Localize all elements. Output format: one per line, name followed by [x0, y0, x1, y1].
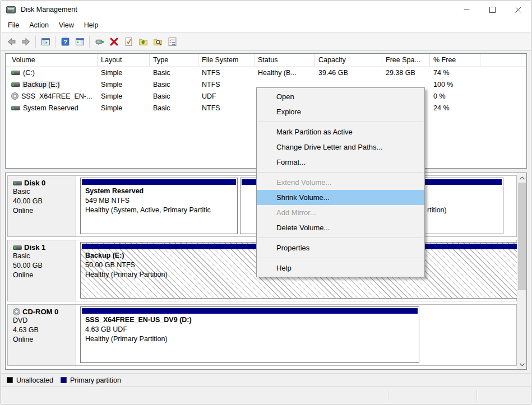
- cell-layout: Simple: [98, 81, 150, 89]
- drive-icon: [13, 245, 22, 250]
- menu-item-delete-volume[interactable]: Delete Volume...: [257, 220, 424, 235]
- disk-label-cd-rom-0[interactable]: CD-ROM 0DVD4.63 GBOnline: [8, 305, 76, 365]
- drive-icon: [11, 71, 20, 75]
- legend-item-unallocated: Unallocated: [7, 376, 53, 384]
- toolbar-action-pane-icon[interactable]: [72, 34, 87, 49]
- toolbar-delete-x-icon[interactable]: [107, 34, 121, 49]
- vertical-scrollbar[interactable]: [517, 173, 526, 369]
- cell-pct-free: 0 %: [430, 92, 480, 100]
- context-menu-separator: [258, 172, 423, 173]
- column-header-free[interactable]: % Free: [430, 54, 480, 66]
- chevron-up-icon: [520, 176, 525, 180]
- toolbar-help-icon[interactable]: ?: [58, 34, 72, 49]
- menu-view[interactable]: View: [54, 19, 79, 31]
- scrollbar-thumb[interactable]: [518, 183, 526, 290]
- cell-capacity: 39.46 GB: [315, 69, 382, 77]
- toolbar-forward-arrow-icon[interactable]: [18, 34, 33, 49]
- menu-item-format[interactable]: Format...: [257, 155, 424, 170]
- cell-layout: Simple: [98, 69, 150, 77]
- context-menu-separator: [258, 258, 423, 258]
- cell-pct-free: 100 %: [430, 81, 480, 89]
- volume-name: System Reserved: [23, 104, 78, 112]
- volume-name: Backup (E:): [23, 81, 59, 89]
- column-header-layout[interactable]: Layout: [98, 54, 150, 66]
- disk-name-text: Disk 0: [24, 179, 45, 187]
- cell-volume: System Reserved: [6, 104, 98, 112]
- column-header-volume[interactable]: Volume: [6, 54, 98, 66]
- cd-icon: [13, 308, 20, 315]
- window-controls: [454, 1, 531, 18]
- volume-name: (C:): [23, 69, 35, 77]
- toolbar-folder-search-icon[interactable]: [150, 34, 165, 49]
- toolbar-check-document-icon[interactable]: [121, 34, 136, 49]
- partition-type-strip: [82, 308, 418, 314]
- cell-type: Basic: [150, 92, 198, 100]
- cd-icon: [11, 92, 18, 100]
- cell-layout: Simple: [98, 92, 150, 100]
- toolbar-folder-up-icon[interactable]: [136, 34, 150, 49]
- toolbar-console-tree-icon[interactable]: [38, 34, 53, 49]
- legend-color-swatch: [7, 377, 13, 383]
- toolbar-computer-device-icon[interactable]: [92, 34, 107, 49]
- menu-help[interactable]: Help: [79, 19, 104, 31]
- column-header-status[interactable]: Status: [255, 54, 315, 66]
- scroll-up-button[interactable]: [517, 173, 526, 183]
- volume-row-c[interactable]: (C:)SimpleBasicNTFSHealthy (B...39.46 GB…: [6, 67, 526, 78]
- menu-item-properties[interactable]: Properties: [257, 240, 424, 255]
- partition-size: 4.63 GB UDF: [81, 325, 419, 334]
- scroll-down-button[interactable]: [517, 360, 526, 369]
- status-bar-divider: [388, 390, 388, 401]
- toolbar-task-list-icon[interactable]: [165, 34, 179, 49]
- menu-item-explore[interactable]: Explore: [257, 104, 424, 119]
- disk-info-line: DVD: [13, 316, 76, 325]
- minimize-icon: [464, 7, 470, 13]
- cell-file-system: NTFS: [198, 104, 255, 112]
- minimize-button[interactable]: [454, 1, 479, 18]
- column-header-blank[interactable]: [480, 54, 521, 66]
- menu-file[interactable]: File: [3, 19, 24, 31]
- menu-action[interactable]: Action: [24, 19, 54, 31]
- partition-title: SSS_X64FREE_EN-US_DV9 (D:): [81, 315, 419, 325]
- partition-type-strip: [82, 179, 236, 185]
- menu-item-mark-partition-as-active[interactable]: Mark Partition as Active: [257, 124, 424, 139]
- status-bar: [1, 387, 531, 404]
- partition-legend: UnallocatedPrimary partition: [1, 373, 531, 387]
- disk-label-disk-1[interactable]: Disk 1Basic50.00 GBOnline: [8, 240, 76, 301]
- menu-item-shrink-volume[interactable]: Shrink Volume...: [257, 190, 424, 205]
- partition-status: Healthy (System, Active, Primary Partiti…: [81, 206, 237, 215]
- column-header-file-system[interactable]: File System: [198, 54, 255, 66]
- column-header-capacity[interactable]: Capacity: [315, 54, 382, 66]
- cell-pct-free: 74 %: [430, 69, 480, 77]
- drive-icon: [11, 106, 20, 110]
- legend-label: Unallocated: [16, 376, 53, 384]
- column-header-free-spa[interactable]: Free Spa...: [382, 54, 430, 66]
- menu-item-help[interactable]: Help: [257, 260, 424, 276]
- disk-label-disk-0[interactable]: Disk 0Basic40.00 GBOnline: [8, 176, 76, 236]
- cell-status: Healthy (B...: [255, 69, 315, 77]
- svg-text:?: ?: [63, 38, 67, 45]
- status-bar-divider: [477, 390, 477, 401]
- disk-info-line: Basic: [13, 187, 76, 197]
- toolbar-separator: [89, 36, 90, 48]
- chevron-down-icon: [520, 363, 525, 366]
- disk-management-window: Disk Management FileActionViewHelp ? Vol…: [1, 1, 531, 404]
- maximize-button[interactable]: [479, 1, 505, 18]
- partition-system-reserved[interactable]: System Reserved549 MB NTFSHealthy (Syste…: [80, 178, 238, 234]
- menu-item-add-mirror: Add Mirror...: [257, 205, 424, 220]
- partition-sss-x64free-en-us-dv9-d[interactable]: SSS_X64FREE_EN-US_DV9 (D:)4.63 GB UDFHea…: [80, 306, 419, 363]
- app-drive-icon: [6, 6, 16, 13]
- menu-item-open[interactable]: Open: [257, 89, 424, 104]
- disk-name-text: CD-ROM 0: [22, 308, 58, 316]
- disk-info-line: 40.00 GB: [13, 197, 76, 206]
- cell-file-system: NTFS: [198, 81, 255, 89]
- disk-info-line: 4.63 GB: [13, 325, 76, 335]
- disk-info-line: 50.00 GB: [13, 261, 76, 271]
- cell-volume: SSS_X64FREE_EN-...: [6, 92, 98, 100]
- close-button[interactable]: [505, 1, 531, 18]
- partition-status: Healthy (Primary Partition): [81, 334, 419, 344]
- menu-item-change-drive-letter-and-paths[interactable]: Change Drive Letter and Paths...: [257, 139, 424, 155]
- toolbar-separator: [55, 36, 55, 48]
- toolbar-back-arrow-icon[interactable]: [4, 34, 18, 49]
- column-header-type[interactable]: Type: [150, 54, 198, 66]
- toolbar-separator: [35, 36, 36, 48]
